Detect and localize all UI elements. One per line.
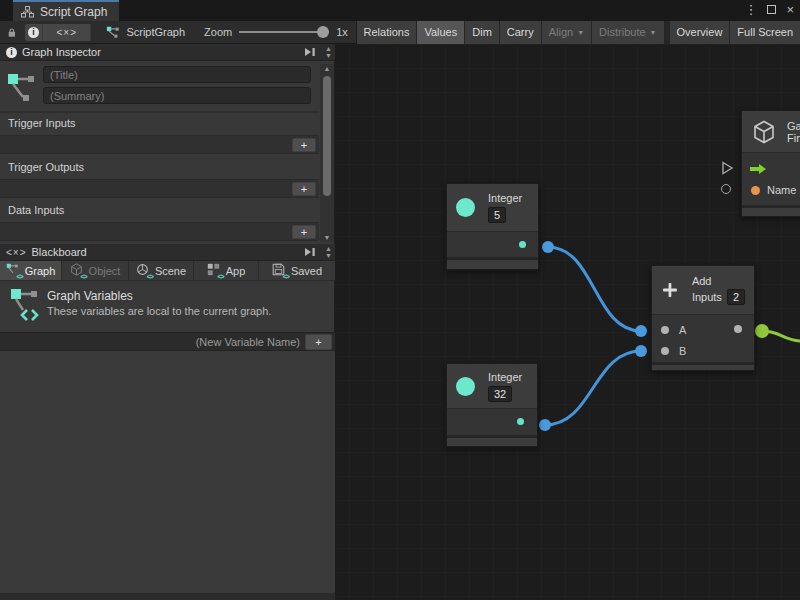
zoom-slider-track[interactable] xyxy=(239,31,329,33)
new-variable-row: + xyxy=(0,332,335,351)
node-footer xyxy=(447,435,537,446)
dim-button[interactable]: Dim xyxy=(465,21,499,44)
tab-saved[interactable]: <> Saved xyxy=(259,261,335,280)
output-port[interactable] xyxy=(519,241,526,248)
window-menu-icon[interactable]: ⋮ xyxy=(744,2,757,17)
align-dropdown[interactable]: Align▼ xyxy=(542,21,591,44)
graph-title-input[interactable] xyxy=(43,66,311,83)
distribute-dropdown[interactable]: Distribute▼ xyxy=(592,21,663,44)
node-gameobject-find[interactable]: GameObject Find Name xyxy=(741,110,800,217)
script-graph-window: Script Graph ⋮ × i <×> ScriptGraph Zoom … xyxy=(0,0,800,600)
add-variable-button[interactable]: + xyxy=(305,334,332,350)
window-maximize-icon[interactable] xyxy=(767,5,776,14)
wire-endpoint[interactable] xyxy=(635,325,647,337)
wire-integer32-to-add-b[interactable] xyxy=(545,351,641,425)
flow-port-marker[interactable] xyxy=(721,161,734,175)
inspector-toggle-button[interactable]: i xyxy=(25,24,43,41)
node-integer-5[interactable]: Integer 5 xyxy=(446,183,539,270)
zoom-slider[interactable] xyxy=(239,26,329,38)
panel-scroll-buttons[interactable]: ▲▼ xyxy=(325,45,332,59)
panel-scroll-buttons[interactable]: ▲▼ xyxy=(325,245,332,259)
graph-inspector-title: Graph Inspector xyxy=(22,46,101,58)
inspector-scrollbar[interactable]: ▲ ▼ xyxy=(320,64,334,242)
graph-toolbar: i <×> ScriptGraph Zoom 1x Relations Valu… xyxy=(0,21,800,44)
graph-summary-input[interactable] xyxy=(43,87,311,104)
graph-variables-section: Graph Variables These variables are loca… xyxy=(0,281,335,330)
scroll-up-icon[interactable]: ▲ xyxy=(320,65,334,72)
graph-variables-icon xyxy=(9,286,41,324)
carry-button[interactable]: Carry xyxy=(500,21,541,44)
tab-app[interactable]: <> App xyxy=(194,261,259,280)
node-footer xyxy=(652,362,754,370)
input-port-b[interactable] xyxy=(661,347,669,355)
node-title: Add xyxy=(692,275,712,287)
blackboard-bottom-strip xyxy=(0,593,335,600)
wire-endpoint[interactable] xyxy=(539,419,551,431)
integer-value-field[interactable]: 32 xyxy=(488,386,512,402)
graph-inspector-panel: i Graph Inspector ▲▼ Trigger Inputs + Tr… xyxy=(0,44,335,244)
graph-variables-description: These variables are local to the current… xyxy=(47,305,271,317)
wire-endpoint[interactable] xyxy=(542,241,554,253)
tab-script-graph[interactable]: Script Graph xyxy=(13,0,119,21)
relations-button[interactable]: Relations xyxy=(357,21,417,44)
dock-panel-icon[interactable] xyxy=(304,47,316,57)
variables-icon: <×> xyxy=(56,27,77,38)
node-subtitle: Find xyxy=(787,132,800,144)
values-button[interactable]: Values xyxy=(417,21,464,44)
port-b-label: B xyxy=(679,345,686,357)
node-body xyxy=(447,232,538,257)
graph-name: ScriptGraph xyxy=(126,26,185,38)
add-data-input-button[interactable]: + xyxy=(292,225,316,239)
dock-panel-icon[interactable] xyxy=(304,247,316,257)
zoom-label: Zoom xyxy=(204,26,232,38)
lock-icon[interactable] xyxy=(8,26,16,39)
app-variables-icon: <> xyxy=(207,263,222,278)
integer-icon xyxy=(456,377,475,396)
node-integer-32[interactable]: Integer 32 xyxy=(446,363,538,447)
object-variables-icon: <> xyxy=(70,263,85,278)
wire-integer5-to-add-a[interactable] xyxy=(548,247,641,331)
node-title: GameObject xyxy=(787,120,800,132)
graph-breadcrumb[interactable]: ScriptGraph xyxy=(106,25,185,39)
output-port[interactable] xyxy=(734,325,742,333)
full-screen-button[interactable]: Full Screen xyxy=(730,21,800,44)
new-variable-input[interactable] xyxy=(4,334,300,350)
zoom-slider-handle[interactable] xyxy=(317,26,329,38)
window-close-icon[interactable]: × xyxy=(786,2,794,17)
blackboard-toggle-button[interactable]: <×> xyxy=(43,24,91,41)
integer-value-field[interactable]: 5 xyxy=(488,207,506,223)
blackboard-empty-area xyxy=(0,351,335,593)
node-body: A B xyxy=(652,315,754,362)
name-input-port[interactable] xyxy=(751,186,760,195)
output-port[interactable] xyxy=(517,418,524,425)
graph-icon xyxy=(106,25,120,39)
tab-graph[interactable]: <> Graph xyxy=(0,261,62,280)
add-icon xyxy=(661,277,679,303)
blackboard-title: Blackboard xyxy=(32,246,87,258)
scrollbar-thumb[interactable] xyxy=(323,76,331,196)
data-inputs-row: + xyxy=(0,222,319,241)
graph-variables-icon: <> xyxy=(6,263,21,278)
flow-input-port[interactable] xyxy=(750,163,767,175)
wire-endpoint[interactable] xyxy=(755,324,769,338)
value-port-marker[interactable] xyxy=(721,184,731,194)
overview-button[interactable]: Overview xyxy=(670,21,730,44)
add-trigger-output-button[interactable]: + xyxy=(292,182,316,196)
port-name-label: Name xyxy=(767,184,796,196)
graph-icon xyxy=(7,68,37,104)
inputs-count-field[interactable]: 2 xyxy=(727,289,745,305)
node-title: Integer xyxy=(488,192,522,204)
data-inputs-label: Data Inputs xyxy=(8,204,64,216)
port-a-label: A xyxy=(679,324,686,336)
tab-object[interactable]: <> Object xyxy=(62,261,129,280)
graph-variables-heading: Graph Variables xyxy=(47,289,133,303)
wire-endpoint[interactable] xyxy=(635,345,647,357)
tab-scene[interactable]: <> Scene xyxy=(129,261,194,280)
scroll-down-icon[interactable]: ▼ xyxy=(320,234,334,241)
add-trigger-input-button[interactable]: + xyxy=(292,138,316,152)
input-port-a[interactable] xyxy=(661,326,669,334)
trigger-outputs-label: Trigger Outputs xyxy=(8,161,84,173)
node-add[interactable]: Add Inputs 2 A B xyxy=(651,265,755,371)
node-footer xyxy=(742,205,800,216)
graph-canvas[interactable]: Integer 5 Integer 32 xyxy=(335,44,800,600)
